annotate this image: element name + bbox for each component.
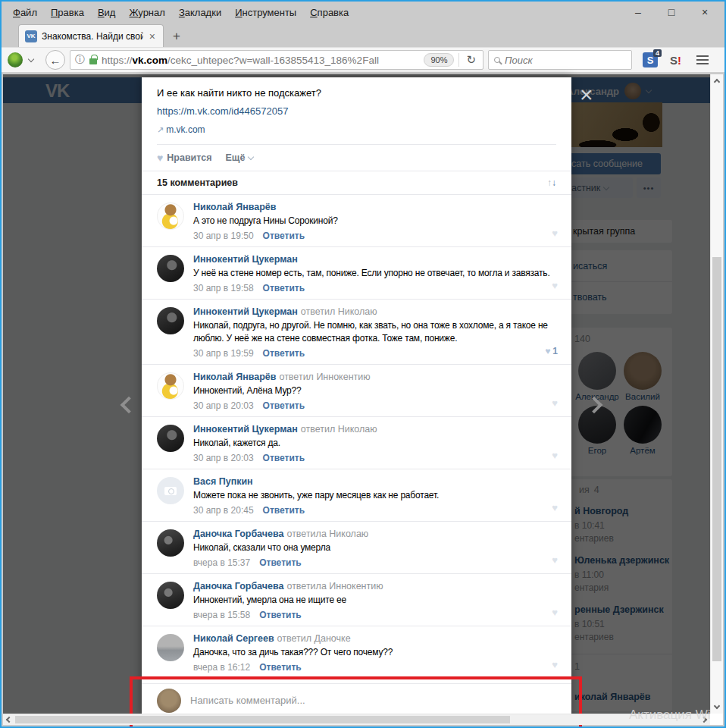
- comment-input-placeholder[interactable]: Написать комментарий...: [190, 695, 305, 706]
- vk-favicon-icon: VK: [25, 30, 37, 42]
- commenter-name-link[interactable]: Даночка Горбачева: [193, 581, 283, 592]
- comment-like-icon[interactable]: ♥: [552, 228, 558, 239]
- reply-link[interactable]: Ответить: [263, 504, 305, 516]
- commenter-avatar-placeholder[interactable]: [157, 477, 184, 504]
- comment-date: 30 апр в 19:59: [193, 347, 254, 359]
- comment-date: 30 апр в 20:03: [193, 452, 254, 464]
- reload-button[interactable]: ↻: [464, 53, 478, 67]
- comment-like-icon[interactable]: ♥: [552, 607, 558, 618]
- urlbar-divider: [458, 53, 459, 67]
- comment-like-icon[interactable]: ♥: [552, 659, 558, 670]
- comment-like-icon[interactable]: ♥: [552, 450, 558, 461]
- comment-text: Иннокентий, умерла она не ищите ее: [193, 594, 565, 607]
- horizontal-scrollbar-thumb[interactable]: [15, 716, 510, 723]
- post-modal: И ее как найти никто не подскажет? https…: [142, 77, 571, 717]
- hamburger-menu-icon[interactable]: [696, 59, 709, 61]
- commenter-name-link[interactable]: Иннокентий Цукерман: [193, 254, 298, 265]
- menu-file[interactable]: Файл: [6, 4, 44, 21]
- current-user-avatar: [157, 689, 181, 713]
- more-button[interactable]: Ещё: [226, 152, 254, 163]
- menu-help[interactable]: Справка: [303, 4, 355, 21]
- comment-like-icon[interactable]: ♥1: [545, 346, 558, 356]
- menu-bookmarks[interactable]: Закладки: [172, 4, 228, 21]
- commenter-avatar[interactable]: [157, 582, 184, 609]
- menu-tools[interactable]: Инструменты: [228, 4, 303, 21]
- scroll-down-arrow-icon[interactable]: [714, 703, 720, 709]
- modal-close-icon[interactable]: ×: [580, 83, 593, 106]
- comment-row: Николай Сергеевответил Даночке Даночка, …: [142, 626, 571, 678]
- search-icon: [494, 57, 500, 63]
- comment-row: Даночка Горбачеваответила Николаю Никола…: [142, 521, 571, 573]
- page-viewport: VK Александр сать сообщение астник ••• к…: [3, 74, 723, 725]
- menu-bar: Файл Правка Вид Журнал Закладки Инструме…: [2, 2, 724, 23]
- vertical-scrollbar-thumb[interactable]: [712, 257, 721, 661]
- tab-close-icon[interactable]: ×: [148, 30, 157, 42]
- commenter-name-link[interactable]: Иннокентий Цукерман: [193, 424, 298, 435]
- sort-comments-icon[interactable]: ↑↓: [547, 177, 556, 188]
- commenter-name-link[interactable]: Николай Сергеев: [193, 633, 274, 644]
- comment-text: Иннокентий, Алёна Мур??: [193, 384, 565, 397]
- extension-s-icon[interactable]: S4: [643, 52, 658, 67]
- window-minimize-button[interactable]: –: [621, 2, 655, 23]
- scroll-left-arrow-icon[interactable]: [6, 717, 12, 723]
- vertical-scrollbar[interactable]: [710, 74, 723, 714]
- commenter-name-link[interactable]: Вася Пупкин: [193, 476, 253, 487]
- window-maximize-button[interactable]: □: [655, 2, 688, 23]
- reply-link[interactable]: Ответить: [259, 557, 301, 569]
- tab-vk[interactable]: VK Знакомства. Найди свой ... ×: [18, 24, 164, 47]
- menu-history[interactable]: Журнал: [122, 4, 171, 21]
- reply-link[interactable]: Ответить: [263, 282, 305, 294]
- onion-proxy-icon[interactable]: [8, 52, 23, 67]
- comment-like-icon[interactable]: ♥: [552, 280, 558, 291]
- commenter-avatar[interactable]: [157, 255, 184, 282]
- comment-date: 30 апр в 20:45: [193, 504, 254, 516]
- scroll-right-arrow-icon[interactable]: [701, 717, 707, 723]
- search-box[interactable]: [488, 50, 632, 70]
- commenter-name-link[interactable]: Николай Январёв: [193, 202, 276, 212]
- commenter-avatar[interactable]: [157, 202, 184, 230]
- comment-input-row[interactable]: Написать комментарий...: [142, 683, 571, 717]
- reply-link[interactable]: Ответить: [259, 661, 301, 673]
- onion-dropdown-icon[interactable]: [28, 56, 34, 62]
- commenter-avatar[interactable]: [157, 425, 184, 452]
- reply-link[interactable]: Ответить: [263, 452, 305, 464]
- commenter-name-link[interactable]: Иннокентий Цукерман: [193, 306, 298, 317]
- comment-row: Николай Январёвответил Иннокентию Инноке…: [142, 364, 571, 416]
- commenter-avatar[interactable]: [157, 634, 184, 661]
- reply-link[interactable]: Ответить: [263, 230, 305, 242]
- menu-edit[interactable]: Правка: [44, 4, 91, 21]
- page-info-icon[interactable]: ⓘ: [75, 53, 85, 67]
- post-actions-bar: ♥Нравится Ещё: [142, 145, 571, 171]
- menu-view[interactable]: Вид: [91, 4, 123, 21]
- new-tab-button[interactable]: +: [164, 27, 189, 47]
- comment-row: Даночка Горбачеваответила Иннокентию Инн…: [142, 573, 571, 626]
- extension-s2-icon[interactable]: S!: [670, 54, 681, 67]
- commenter-name-link[interactable]: Николай Январёв: [193, 372, 276, 382]
- comment-like-icon[interactable]: ♥: [552, 554, 558, 566]
- post-link[interactable]: https://m.vk.com/id446572057: [157, 105, 556, 118]
- external-link-icon: ↗: [157, 125, 164, 134]
- window-close-button[interactable]: ×: [688, 2, 721, 23]
- reply-link[interactable]: Ответить: [259, 609, 301, 621]
- horizontal-scrollbar[interactable]: [3, 714, 710, 725]
- post-attachment[interactable]: ↗m.vk.com: [157, 124, 556, 135]
- reply-link[interactable]: Ответить: [263, 347, 305, 359]
- url-text[interactable]: https://vk.com/cekc_uhtepec?w=wall-16385…: [102, 55, 419, 66]
- back-button[interactable]: ←: [45, 50, 65, 70]
- commenter-avatar[interactable]: [157, 529, 184, 557]
- commenter-avatar[interactable]: [157, 307, 184, 334]
- like-button[interactable]: ♥Нравится: [157, 152, 212, 164]
- tab-title: Знакомства. Найди свой ...: [42, 31, 143, 42]
- zoom-level-badge[interactable]: 90%: [424, 53, 454, 67]
- commenter-name-link[interactable]: Даночка Горбачева: [193, 529, 283, 539]
- reply-link[interactable]: Ответить: [263, 400, 305, 412]
- commenter-avatar[interactable]: [157, 372, 184, 400]
- comment-row: Вася Пупкин Можете пока не звонить, уже …: [142, 469, 571, 521]
- scroll-up-arrow-icon[interactable]: [714, 79, 720, 85]
- comment-date: вчера в 15:37: [193, 557, 250, 569]
- comment-like-icon[interactable]: ♥: [552, 502, 558, 513]
- comment-date: вчера в 16:12: [193, 661, 250, 673]
- url-bar[interactable]: ⓘ https://vk.com/cekc_uhtepec?w=wall-163…: [70, 50, 483, 70]
- comment-like-icon[interactable]: ♥: [552, 397, 558, 409]
- search-input[interactable]: [505, 55, 626, 66]
